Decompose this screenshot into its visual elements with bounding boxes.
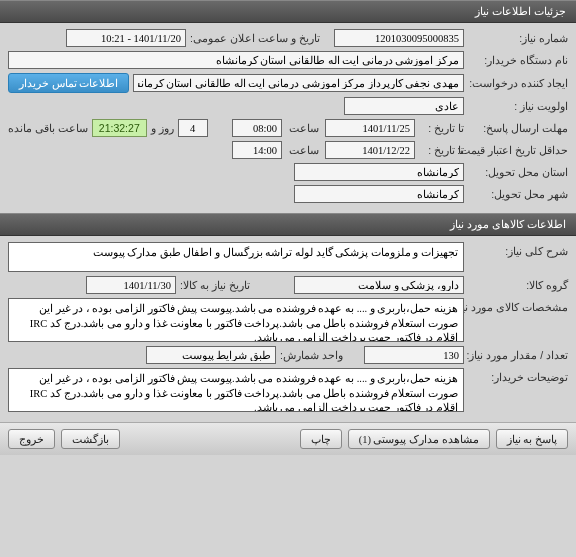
announce-datetime-field [66, 29, 186, 47]
requester-field [133, 74, 464, 92]
footer-toolbar: پاسخ به نیاز مشاهده مدارک پیوستی (1) چاپ… [0, 422, 576, 455]
label-unit: واحد شمارش: [280, 349, 360, 361]
label-notes: توضیحات خریدار: [468, 368, 568, 383]
reply-button[interactable]: پاسخ به نیاز [496, 429, 568, 449]
label-days-and: روز و [151, 122, 174, 134]
reply-date-field [325, 119, 415, 137]
label-remaining: ساعت باقی مانده [8, 122, 88, 134]
label-reply-deadline: مهلت ارسال پاسخ: [468, 122, 568, 134]
days-remaining-field [178, 119, 208, 137]
goods-group-field [294, 276, 464, 294]
goods-info-form: شرح کلی نیاز: گروه کالا: تاریخ نیاز به ک… [0, 236, 576, 422]
reply-time-field [232, 119, 282, 137]
spec-field [8, 298, 464, 342]
countdown-timer: 21:32:27 [92, 119, 147, 137]
label-priority: اولویت نیاز : [468, 100, 568, 112]
label-time-2: ساعت [286, 144, 321, 156]
quantity-field [364, 346, 464, 364]
exit-button[interactable]: خروج [8, 429, 55, 449]
unit-field [146, 346, 276, 364]
label-need-date: تاریخ نیاز به کالا: [180, 279, 290, 291]
label-desc: شرح کلی نیاز: [468, 242, 568, 257]
label-need-no: شماره نیاز: [468, 32, 568, 44]
need-info-form: شماره نیاز: تاریخ و ساعت اعلان عمومی: نا… [0, 23, 576, 213]
section-goods-info: اطلاعات کالاهای مورد نیاز [0, 213, 576, 236]
valid-date-field [325, 141, 415, 159]
buyer-org-field [8, 51, 464, 69]
buyer-notes-field [8, 368, 464, 412]
label-city: شهر محل تحویل: [468, 188, 568, 200]
label-qty: تعداد / مقدار مورد نیاز: [468, 349, 568, 361]
label-time-1: ساعت [286, 122, 321, 134]
city-field [294, 185, 464, 203]
label-goods-group: گروه کالا: [468, 279, 568, 291]
label-spec: مشخصات کالای مورد نیاز: [468, 298, 568, 313]
print-button[interactable]: چاپ [300, 429, 342, 449]
province-field [294, 163, 464, 181]
view-attachments-button[interactable]: مشاهده مدارک پیوستی (1) [348, 429, 490, 449]
priority-field [344, 97, 464, 115]
label-province: استان محل تحویل: [468, 166, 568, 178]
valid-time-field [232, 141, 282, 159]
label-announce-dt: تاریخ و ساعت اعلان عمومی: [190, 32, 330, 44]
need-number-field [334, 29, 464, 47]
description-field [8, 242, 464, 272]
back-button[interactable]: بازگشت [61, 429, 120, 449]
label-buyer-org: نام دستگاه خریدار: [468, 54, 568, 66]
label-valid-min: حداقل تاریخ اعتبار قیمت: [468, 144, 568, 156]
label-requester: ایجاد کننده درخواست: [468, 77, 568, 89]
need-date-field [86, 276, 176, 294]
contact-info-button[interactable]: اطلاعات تماس خریدار [8, 73, 129, 93]
label-to-date-1: تا تاریخ : [419, 122, 464, 134]
label-to-date-2: تا تاریخ : [419, 144, 464, 156]
section-need-info: جزئیات اطلاعات نیاز [0, 0, 576, 23]
